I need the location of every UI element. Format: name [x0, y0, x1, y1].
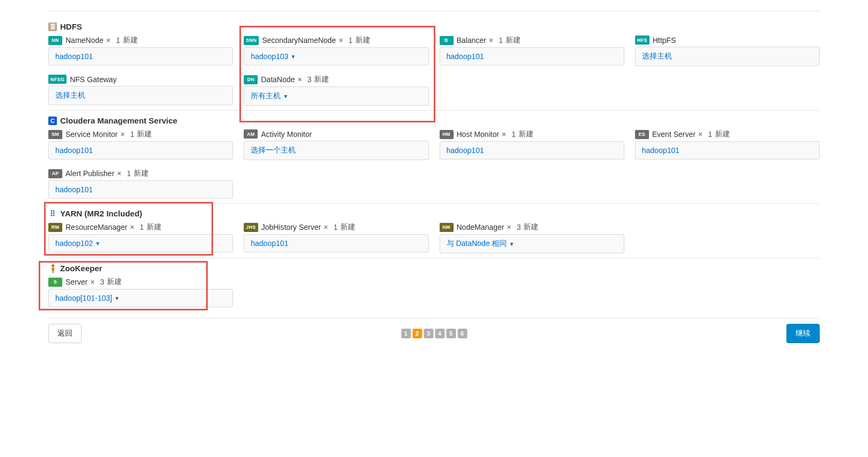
times-symbol: × [90, 278, 94, 286]
host-select-es[interactable]: hadoop101 [635, 141, 820, 159]
role-count: 1 [708, 130, 712, 139]
role-jhs: JHS JobHistory Server × 1 新建 hadoop101 [244, 222, 428, 253]
host-select-snn[interactable]: hadoop103 ▼ [244, 47, 428, 66]
yarn-icon: ⠿ [48, 209, 57, 218]
role-suffix: 新建 [314, 75, 329, 84]
host-value: hadoop103 [251, 52, 288, 61]
continue-button[interactable]: 继续 [786, 324, 820, 343]
role-name: Host Monitor [457, 130, 499, 139]
host-value: 选择一个主机 [251, 146, 296, 155]
host-value: hadoop101 [447, 146, 484, 155]
pager: 1 2 3 4 5 6 [401, 329, 467, 338]
zookeeper-icon: 🧍 [48, 264, 57, 273]
badge-nm: NM [440, 223, 454, 232]
badge-dn: DN [244, 75, 258, 84]
role-name: Activity Monitor [261, 130, 312, 139]
role-count: 3 [307, 75, 311, 84]
role-count: 1 [348, 36, 353, 45]
role-name: NameNode [65, 36, 104, 45]
role-am: AM Activity Monitor 选择一个主机 [244, 129, 428, 160]
role-nm: NM NodeManager × 3 新建 与 DataNode 相同 ▼ [440, 222, 624, 253]
page-5[interactable]: 5 [446, 329, 456, 338]
host-value: hadoop101 [55, 185, 93, 194]
role-suffix: 新建 [519, 129, 534, 139]
host-value: 选择主机 [642, 52, 672, 61]
caret-down-icon: ▼ [283, 93, 288, 99]
role-hm: HM Host Monitor × 1 新建 hadoop101 [440, 129, 624, 160]
host-select-hm[interactable]: hadoop101 [440, 141, 624, 159]
role-name: DataNode [261, 75, 295, 84]
badge-nfsg: NFSG [48, 75, 67, 84]
role-count: 1 [333, 223, 338, 231]
role-suffix: 新建 [506, 35, 521, 45]
section-title: Cloudera Management Service [60, 116, 177, 125]
role-name: NFS Gateway [70, 75, 116, 84]
host-select-ap[interactable]: hadoop101 [48, 180, 233, 199]
host-select-sm[interactable]: hadoop101 [48, 141, 233, 159]
role-sm: SM Service Monitor × 1 新建 hadoop101 [48, 129, 233, 160]
section-zk: 🧍 ZooKeeper S Server × 3 新建 hadoop[101-1… [48, 258, 820, 307]
times-symbol: × [297, 75, 302, 84]
host-select-datanode[interactable]: 所有主机 ▼ [244, 86, 428, 106]
role-count: 1 [116, 36, 120, 45]
role-es: ES Event Server × 1 新建 hadoop101 [635, 129, 820, 160]
badge-rm: RM [48, 223, 62, 232]
page-1[interactable]: 1 [401, 329, 411, 338]
role-count: 3 [100, 278, 104, 286]
badge-jhs: JHS [244, 223, 258, 232]
badge-snn: SNN [244, 36, 259, 45]
times-symbol: × [130, 223, 134, 231]
section-yarn: ⠿ YARN (MR2 Included) RM ResourceManager… [48, 203, 820, 253]
role-name: JobHistory Server [261, 223, 321, 231]
host-select-namenode[interactable]: hadoop101 [48, 47, 233, 66]
host-value: hadoop101 [447, 52, 484, 61]
role-suffix: 新建 [715, 129, 730, 139]
role-datanode: DN DataNode × 3 新建 所有主机 ▼ [244, 75, 428, 106]
badge-sm: SM [48, 130, 62, 139]
cloudera-icon: C [48, 117, 57, 125]
role-ap: AP Alert Publisher × 1 新建 hadoop101 [48, 169, 233, 199]
role-count: 1 [512, 130, 516, 139]
host-select-jhs[interactable]: hadoop101 [244, 234, 428, 252]
role-httpfs: HFS HttpFS 选择主机 [635, 35, 820, 66]
role-suffix: 新建 [340, 222, 355, 232]
host-select-rm[interactable]: hadoop102 ▼ [48, 234, 233, 252]
times-symbol: × [489, 36, 493, 45]
role-suffix: 新建 [107, 277, 122, 287]
badge-b: B [440, 36, 454, 45]
host-select-zk[interactable]: hadoop[101-103] ▼ [48, 289, 233, 307]
badge-hm: HM [440, 130, 454, 139]
host-select-am[interactable]: 选择一个主机 [244, 141, 428, 160]
badge-s: S [48, 278, 62, 287]
page-4[interactable]: 4 [435, 329, 444, 338]
host-select-nfsgw[interactable]: 选择主机 [48, 86, 233, 105]
host-select-nm[interactable]: 与 DataNode 相同 ▼ [440, 234, 624, 253]
page-3[interactable]: 3 [424, 329, 433, 338]
host-select-balancer[interactable]: hadoop101 [440, 47, 624, 66]
role-name: Server [65, 278, 87, 286]
section-title: YARN (MR2 Included) [60, 209, 142, 218]
host-select-httpfs[interactable]: 选择主机 [635, 47, 820, 66]
times-symbol: × [120, 130, 125, 139]
times-symbol: × [117, 169, 121, 178]
role-name: ResourceManager [65, 223, 127, 231]
role-suffix: 新建 [123, 35, 138, 45]
role-suffix: 新建 [147, 222, 162, 232]
role-suffix: 新建 [355, 35, 370, 45]
host-value: 选择主机 [55, 91, 85, 100]
times-symbol: × [502, 130, 506, 139]
caret-down-icon: ▼ [95, 241, 100, 246]
badge-es: ES [635, 130, 649, 139]
host-value: hadoop101 [251, 239, 288, 248]
role-nfsgw: NFSG NFS Gateway 选择主机 [48, 75, 233, 106]
host-value: hadoop101 [55, 52, 93, 61]
badge-nn: NN [48, 36, 62, 45]
badge-ap: AP [48, 169, 62, 178]
back-button[interactable]: 返回 [48, 324, 82, 343]
hdfs-icon: 🗄 [48, 23, 57, 31]
page-6[interactable]: 6 [457, 329, 467, 338]
page-2[interactable]: 2 [412, 329, 422, 338]
badge-hfs: HFS [635, 35, 650, 45]
times-symbol: × [324, 223, 328, 231]
role-snn: SNN SecondaryNameNode × 1 新建 hadoop103 ▼ [244, 35, 428, 66]
